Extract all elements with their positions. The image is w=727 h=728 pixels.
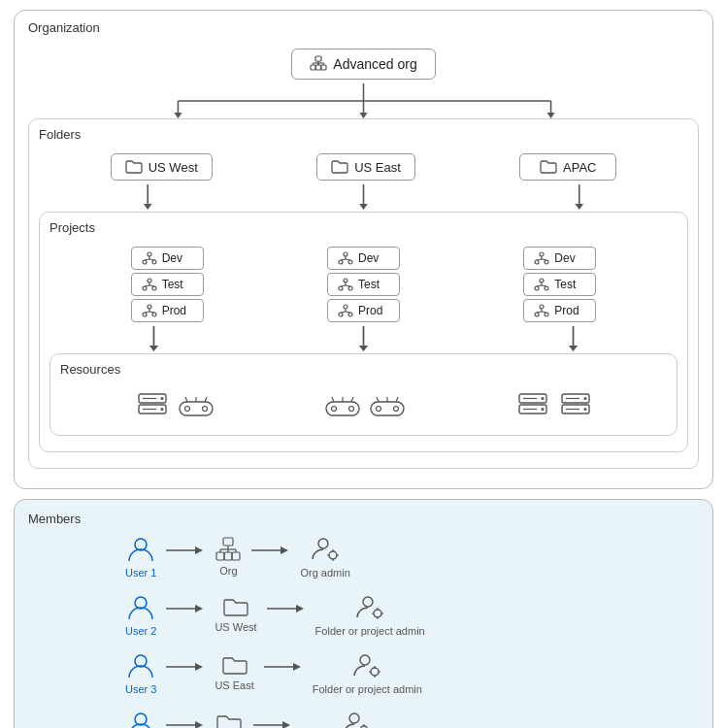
member-orgadmin-role: Org admin [300,534,349,579]
folder-useast-member-icon [221,654,248,678]
svg-point-60 [535,260,539,264]
svg-point-110 [541,408,544,411]
folder-uswest-member-icon [222,596,249,619]
main-container: Organization Adva [0,0,727,728]
project-useast-prod-label: Prod [358,304,382,317]
arrow-org-to-orgadmin [251,543,290,558]
svg-marker-154 [293,663,301,671]
projects-subsection: Projects [39,212,688,452]
user2-icon [125,592,156,623]
svg-point-35 [148,305,151,309]
svg-marker-78 [149,346,158,351]
project-useast-dev-label: Dev [358,251,379,265]
svg-point-103 [393,407,398,412]
svg-point-30 [143,286,147,290]
member-user3: User 3 [125,650,156,695]
svg-point-72 [535,313,539,316]
svg-point-66 [535,286,539,290]
svg-marker-121 [195,546,203,554]
user1-label: User 1 [125,567,156,579]
folder-uswest: US West [111,153,213,181]
svg-point-155 [360,655,370,665]
project-dev-icon [142,250,157,266]
svg-line-75 [537,312,542,313]
svg-line-27 [145,259,149,260]
svg-line-51 [341,285,346,286]
folder-arrows-svg [39,184,688,212]
projects-row: Dev [50,243,677,326]
user1-icon [125,534,156,565]
svg-line-52 [346,285,350,286]
folderadmin-2-label: Folder or project admin [315,625,425,637]
project-uswest-dev: Dev [131,247,204,270]
org-target-icon [215,536,242,563]
orgadmin-icon [310,534,341,565]
resources-label: Resources [60,362,667,377]
project-uswest-prod: Prod [131,299,204,322]
svg-point-43 [348,260,352,264]
orgadmin-label: Org admin [300,567,349,579]
member-user1: User 1 [125,534,156,579]
member-row-4: User 4 APAC [125,709,699,728]
svg-point-139 [135,597,147,609]
org-box: Advanced org [291,49,435,80]
svg-point-36 [143,313,147,316]
svg-point-47 [344,279,347,282]
svg-marker-20 [359,204,368,210]
folders-label: Folders [39,127,688,142]
svg-point-73 [545,313,548,316]
router-useast-2-icon [369,394,406,421]
svg-point-25 [152,260,156,264]
svg-point-116 [583,408,586,411]
folder-apac-member-icon [215,712,243,728]
member-user4: User 4 [125,709,156,728]
org-arrows-svg [28,83,699,118]
svg-rect-123 [216,552,224,560]
project-apac-dev: Dev [523,247,596,270]
folder-apac: APAC [519,153,616,181]
project-uswest-dev-label: Dev [162,251,182,265]
svg-marker-132 [281,546,288,554]
user3-label: User 3 [125,683,156,695]
svg-rect-122 [223,538,233,546]
resource-group-apac [515,390,593,425]
svg-point-53 [344,305,347,309]
server-apac-1-icon [515,390,550,425]
svg-marker-163 [195,721,203,728]
svg-point-37 [152,313,156,316]
member-folderadmin-role-4: Folder or project admin [302,709,412,728]
svg-line-46 [346,259,350,260]
members-label: Members [28,512,699,526]
svg-marker-14 [359,113,367,118]
svg-point-23 [148,252,151,256]
svg-point-85 [160,397,163,400]
project-useast-test-label: Test [358,278,380,291]
svg-line-92 [185,397,187,402]
svg-point-97 [348,407,353,412]
svg-point-166 [349,713,359,723]
member-row-1: User 1 [125,534,699,579]
svg-line-33 [145,285,149,286]
svg-point-29 [148,279,151,282]
svg-point-54 [339,313,343,316]
svg-point-115 [583,397,586,400]
svg-marker-22 [575,204,583,210]
project-apac-dev-label: Dev [554,251,575,265]
svg-line-57 [341,312,346,313]
project-apac-test-label: Test [554,278,576,291]
svg-line-45 [341,259,346,260]
svg-point-55 [348,313,352,316]
svg-marker-16 [547,113,555,118]
svg-point-65 [540,279,544,282]
project-prod-icon [142,303,157,318]
svg-line-40 [149,312,154,313]
svg-point-71 [540,305,544,309]
org-section: Advanced org [28,43,699,83]
svg-line-58 [346,312,350,313]
project-useast-dev: Dev [327,247,400,270]
folderadmin-3-label: Folder or project admin [313,683,422,695]
folders-subsection: Folders US West [28,118,699,469]
svg-point-150 [135,655,147,667]
project-group-useast: Dev [327,247,400,322]
org-to-folders-arrows [28,83,699,118]
